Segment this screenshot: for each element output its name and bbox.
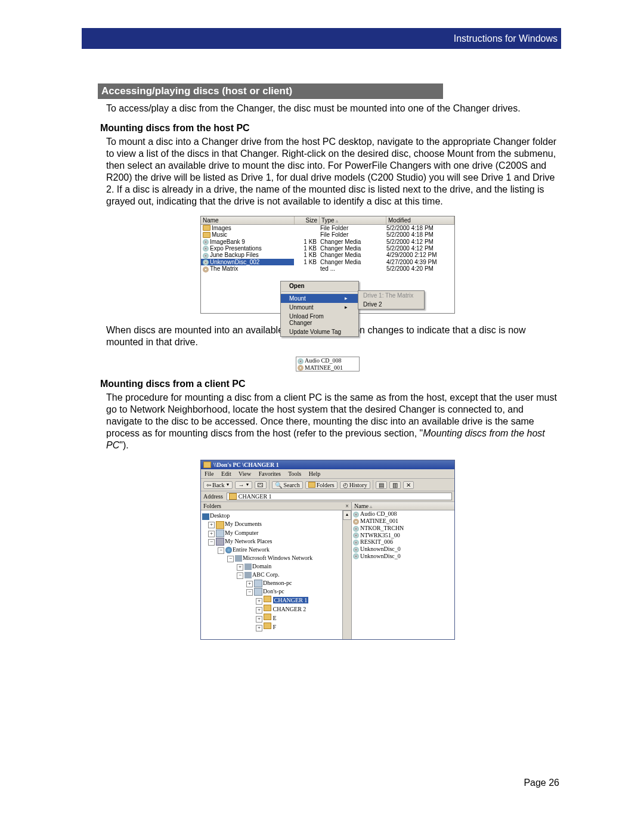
file-row[interactable]: Expo Presentations1 KBChanger Media5/2/2… xyxy=(201,245,454,252)
disc-icon xyxy=(353,532,359,538)
folder-icon xyxy=(264,596,271,602)
collapse-icon[interactable]: − xyxy=(227,556,234,562)
list-item[interactable]: NTKOR_TRCHN xyxy=(352,525,454,532)
search-icon: 🔍 xyxy=(275,482,282,488)
menu-view[interactable]: View xyxy=(239,470,251,477)
move-icon: ▤ xyxy=(379,482,384,488)
col-modified[interactable]: Modified xyxy=(386,216,454,224)
submenu-drive1: Drive 1: The Matrix xyxy=(358,291,424,300)
file-row[interactable]: ImagesFile Folder5/2/2000 4:18 PM xyxy=(201,225,454,231)
collapse-icon[interactable]: − xyxy=(246,589,253,596)
collapse-icon[interactable]: − xyxy=(218,547,224,554)
folder-icon xyxy=(203,232,210,238)
delete-button[interactable]: ✕ xyxy=(403,481,414,489)
disc-icon xyxy=(353,526,359,532)
folder-icon xyxy=(203,225,210,231)
folders-pane: Folders× Desktop +My Documents +My Compu… xyxy=(201,502,352,639)
list-item[interactable]: Audio CD_008 xyxy=(352,510,454,518)
dvd-icon xyxy=(203,267,209,272)
menu-favorites[interactable]: Favorites xyxy=(259,470,281,477)
expand-icon[interactable]: + xyxy=(256,616,262,623)
file-row[interactable]: June Backup Files1 KBChanger Media4/29/2… xyxy=(201,252,454,258)
collapse-icon[interactable]: − xyxy=(208,539,215,546)
folder-icon xyxy=(203,462,211,468)
pc-icon xyxy=(254,580,262,587)
mydoc-icon xyxy=(216,521,224,529)
delete-icon: ✕ xyxy=(406,482,411,488)
expand-icon[interactable]: + xyxy=(237,564,243,571)
scroll-up-icon[interactable]: ▴ xyxy=(343,510,351,520)
sort-icon: ▵ xyxy=(336,218,338,224)
intro-paragraph: To access/play a disc from the Changer, … xyxy=(106,103,558,114)
expand-icon[interactable]: + xyxy=(208,531,215,537)
dvd-icon xyxy=(353,519,359,525)
collapse-icon[interactable]: − xyxy=(237,572,243,579)
icon-row-audio: Audio CD_008 xyxy=(296,357,359,364)
context-menu: Open Mount Unmount Unload From Changer U… xyxy=(280,281,359,337)
history-button[interactable]: ◴History xyxy=(340,481,370,489)
dvd-icon xyxy=(298,365,304,371)
address-label: Address xyxy=(203,493,223,500)
folders-button[interactable]: Folders xyxy=(305,481,338,489)
search-button[interactable]: 🔍Search xyxy=(272,481,302,489)
list-item[interactable]: RESKIT_006 xyxy=(352,538,454,546)
copy-button[interactable]: ▥ xyxy=(389,481,401,489)
toolbar: ⇦Back▼ →▼ ⮹ 🔍Search Folders ◴History ▤ ▥… xyxy=(201,479,454,491)
expand-icon[interactable]: + xyxy=(256,625,262,631)
disc-icon xyxy=(353,553,359,559)
computer-icon xyxy=(216,529,224,537)
file-row[interactable]: The Matrixted ...5/2/2000 4:20 PM xyxy=(201,265,454,272)
subheading-host: Mounting discs from the host PC xyxy=(100,123,558,134)
col-type[interactable]: Type▵ xyxy=(320,216,386,224)
domain-icon xyxy=(244,572,252,578)
list-header-name[interactable]: Name▵ xyxy=(352,502,454,510)
menu-file[interactable]: File xyxy=(205,470,214,477)
move-button[interactable]: ▤ xyxy=(376,481,387,489)
ctx-update[interactable]: Update Volume Tag xyxy=(281,327,358,336)
up-button[interactable]: ⮹ xyxy=(255,481,267,489)
back-button[interactable]: ⇦Back▼ xyxy=(203,481,233,489)
tree-scrollbar[interactable]: ▴ xyxy=(342,510,351,639)
expand-icon[interactable]: + xyxy=(256,607,262,614)
desktop-icon xyxy=(202,513,209,520)
page-number: Page 26 xyxy=(524,778,559,788)
menubar: File Edit View Favorites Tools Help xyxy=(201,469,454,479)
col-size[interactable]: Size xyxy=(295,216,320,224)
list-item[interactable]: MATINEE_001 xyxy=(352,518,454,525)
expand-icon[interactable]: + xyxy=(256,598,262,605)
ctx-open[interactable]: Open xyxy=(281,281,358,290)
file-row[interactable]: UnknownDisc_0021 KBChanger Media4/27/200… xyxy=(201,259,454,265)
header-title: Instructions for Windows xyxy=(454,33,558,44)
disc-icon xyxy=(353,512,359,518)
titlebar-text: \\Don's PC \CHANGER 1 xyxy=(213,462,279,468)
icon-row-matinee: MATINEE_001 xyxy=(296,364,359,371)
back-icon: ⇦ xyxy=(206,482,211,488)
titlebar: \\Don's PC \CHANGER 1 xyxy=(201,460,454,469)
file-row[interactable]: ImageBank 91 KBChanger Media5/2/2000 4:1… xyxy=(201,239,454,245)
list-item[interactable]: NTWRK351_00 xyxy=(352,532,454,539)
list-item[interactable]: UnknownDisc_0 xyxy=(352,546,454,553)
menu-help[interactable]: Help xyxy=(309,470,320,477)
folder-icon xyxy=(229,493,237,500)
col-name[interactable]: Name xyxy=(201,216,295,224)
folder-tree[interactable]: Desktop +My Documents +My Computer −My N… xyxy=(201,510,342,639)
menu-tools[interactable]: Tools xyxy=(288,470,301,477)
menu-edit[interactable]: Edit xyxy=(221,470,231,477)
disc-icon xyxy=(203,239,209,245)
expand-icon[interactable]: + xyxy=(246,581,253,587)
close-icon[interactable]: × xyxy=(345,503,349,509)
ctx-mount[interactable]: Mount xyxy=(281,294,358,303)
ctx-unload[interactable]: Unload From Changer xyxy=(281,312,358,327)
list-item[interactable]: UnknownDisc_0 xyxy=(352,553,454,560)
disc-icon xyxy=(353,547,359,553)
screenshot-explorer: \\Don's PC \CHANGER 1 File Edit View Fav… xyxy=(200,460,455,640)
tree-selected[interactable]: CHANGER 1 xyxy=(273,597,309,603)
file-row[interactable]: MusicFile Folder5/2/2000 4:18 PM xyxy=(201,231,454,238)
expand-icon[interactable]: + xyxy=(208,522,215,528)
address-field[interactable]: CHANGER 1 xyxy=(227,493,452,500)
submenu-drive2[interactable]: Drive 2 xyxy=(358,300,424,309)
ctx-unmount[interactable]: Unmount xyxy=(281,303,358,312)
network-icon xyxy=(216,538,224,546)
screenshot-icons: Audio CD_008 MATINEE_001 xyxy=(296,357,360,371)
forward-button[interactable]: →▼ xyxy=(235,481,252,489)
